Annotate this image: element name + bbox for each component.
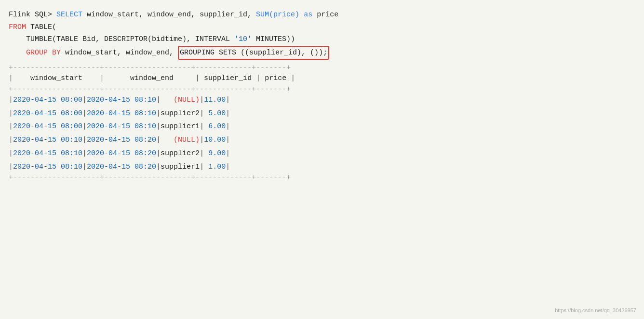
- flink-prompt: Flink SQL>: [9, 9, 56, 21]
- window-start: 2020-04-15 08:00: [13, 107, 82, 120]
- table-row: | 2020-04-15 08:10 | 2020-04-15 08:20 | …: [9, 147, 635, 160]
- group-by-cols: window_start, window_end,: [61, 47, 178, 59]
- as-keyword: as: [304, 9, 312, 21]
- price-value: 5.00: [204, 107, 226, 120]
- window-start: 2020-04-15 08:00: [13, 93, 82, 107]
- table-top-divider: +--------------------+------------------…: [9, 64, 635, 72]
- supplier-id: supplier2: [161, 147, 200, 160]
- price-value: 6.00: [204, 120, 226, 133]
- price-value: 1.00: [204, 160, 226, 174]
- select-keyword: SELECT: [56, 9, 82, 21]
- supplier-id: (NULL): [161, 133, 200, 147]
- window-end: 2020-04-15 08:10: [87, 107, 156, 120]
- table-row: | 2020-04-15 08:00 | 2020-04-15 08:10 | …: [9, 93, 635, 107]
- group-by-keyword: GROUP BY: [9, 47, 61, 59]
- table-row: | 2020-04-15 08:10 | 2020-04-15 08:20 | …: [9, 160, 635, 174]
- minutes-end: MINUTES)): [252, 33, 295, 46]
- query-line-1: Flink SQL> SELECT window_start, window_e…: [9, 9, 635, 21]
- from-keyword: FROM: [9, 21, 26, 34]
- result-table: +--------------------+------------------…: [9, 64, 635, 182]
- tumble-call: TUMBLE(TABLE Bid, DESCRIPTOR(bidtime), I…: [9, 33, 234, 46]
- window-end: 2020-04-15 08:20: [87, 160, 156, 174]
- window-end: 2020-04-15 08:10: [87, 93, 156, 107]
- grouping-sets-highlight: GROUPING SETS ((supplier_id), ());: [178, 46, 329, 60]
- table-row: | 2020-04-15 08:00 | 2020-04-15 08:10 | …: [9, 107, 635, 120]
- supplier-id: supplier1: [161, 120, 200, 133]
- select-columns: window_start, window_end, supplier_id,: [82, 9, 256, 21]
- query-line-2: FROM TABLE(: [9, 21, 635, 34]
- query-line-4: GROUP BY window_start, window_end, GROUP…: [9, 46, 635, 60]
- interval-value: '10': [234, 33, 252, 46]
- window-start: 2020-04-15 08:10: [13, 160, 82, 174]
- watermark: https://blog.csdn.net/qq_30436957: [555, 307, 636, 313]
- table-paren: TABLE(: [26, 21, 56, 34]
- price-value: 10.00: [204, 133, 226, 147]
- window-end: 2020-04-15 08:10: [87, 120, 156, 133]
- price-alias: price: [312, 9, 338, 21]
- window-end: 2020-04-15 08:20: [87, 147, 156, 160]
- window-start: 2020-04-15 08:00: [13, 120, 82, 133]
- code-block: Flink SQL> SELECT window_start, window_e…: [9, 9, 635, 60]
- table-header-divider: +--------------------+------------------…: [9, 85, 635, 93]
- price-value: 11.00: [204, 93, 226, 107]
- supplier-id: supplier1: [161, 160, 200, 174]
- table-rows-container: | 2020-04-15 08:00 | 2020-04-15 08:10 | …: [9, 93, 635, 174]
- table-row: | 2020-04-15 08:10 | 2020-04-15 08:20 | …: [9, 133, 635, 147]
- window-start: 2020-04-15 08:10: [13, 133, 82, 147]
- price-value: 9.00: [204, 147, 226, 160]
- window-start: 2020-04-15 08:10: [13, 147, 82, 160]
- table-header: | window_start | window_end | supplier_i…: [9, 72, 635, 85]
- supplier-id: (NULL): [161, 93, 200, 107]
- window-end: 2020-04-15 08:20: [87, 133, 156, 147]
- table-row: | 2020-04-15 08:00 | 2020-04-15 08:10 | …: [9, 120, 635, 133]
- query-line-3: TUMBLE(TABLE Bid, DESCRIPTOR(bidtime), I…: [9, 33, 635, 46]
- supplier-id: supplier2: [161, 107, 200, 120]
- sum-function: SUM(price): [256, 9, 299, 21]
- table-bottom-divider: +--------------------+------------------…: [9, 173, 635, 182]
